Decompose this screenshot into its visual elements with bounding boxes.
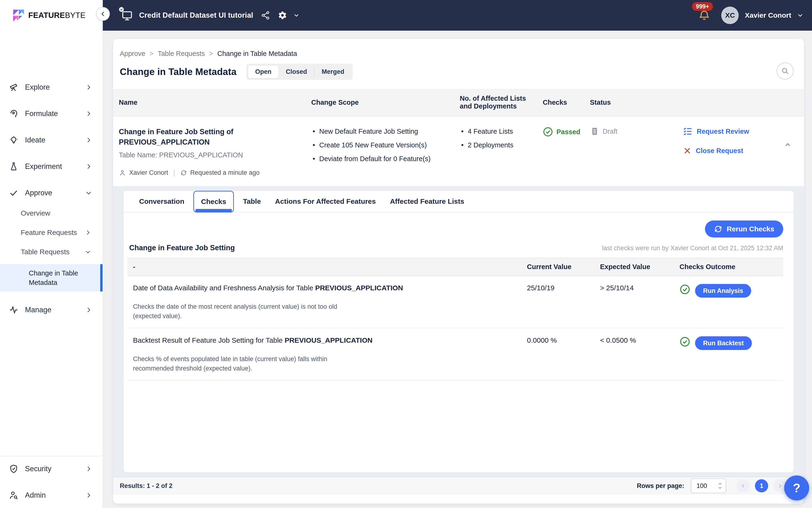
- breadcrumb-approve[interactable]: Approve: [120, 50, 145, 57]
- select-stepper-icon[interactable]: [718, 482, 722, 489]
- chevron-right-icon: [85, 229, 91, 236]
- sidebar-item-change-in-table-metadata[interactable]: Change in Table Metadata: [0, 264, 102, 292]
- change-scope-item: Deviate from Default for 0 Feature(s): [311, 154, 453, 163]
- request-review-button[interactable]: Request Review: [683, 127, 797, 136]
- checks-column-checks-outcome: Checks Outcome: [679, 258, 783, 276]
- checks-panel: Rerun Checks Change in Feature Job Setti…: [124, 212, 794, 381]
- sidebar-item-experiment[interactable]: Experiment: [0, 159, 102, 174]
- check-row-backtest: Backtest Result of Feature Job Setting f…: [127, 328, 783, 381]
- shield-check-icon: [8, 464, 19, 474]
- column-checks: Checks: [543, 89, 590, 116]
- previous-page-button[interactable]: [736, 479, 750, 493]
- sidebar: FEATUREBYTE Explore: [0, 0, 103, 508]
- rerun-checks-label: Rerun Checks: [727, 225, 774, 233]
- column-change-scope: Change Scope: [311, 89, 460, 116]
- change-scope-list: New Default Feature Job Setting Create 1…: [311, 127, 453, 163]
- rows-per-page-select[interactable]: 100: [691, 478, 726, 493]
- chevron-right-icon: [85, 163, 92, 170]
- affected-item: 4 Feature Lists: [460, 127, 536, 136]
- telescope-icon: [8, 83, 19, 92]
- column-name: Name: [113, 89, 311, 116]
- filter-open-button[interactable]: Open: [248, 65, 279, 79]
- page-number-button[interactable]: 1: [755, 479, 768, 493]
- notifications-count-badge: 999+: [692, 2, 713, 11]
- featurebyte-logo-mark: [12, 8, 25, 23]
- help-button[interactable]: ?: [784, 475, 809, 501]
- tab-checks[interactable]: Checks: [193, 191, 234, 212]
- sidebar-collapse-button[interactable]: [96, 7, 110, 21]
- sidebar-item-ideate[interactable]: Ideate: [0, 132, 102, 148]
- breadcrumb-table-requests[interactable]: Table Requests: [158, 50, 205, 57]
- request-name[interactable]: Change in Feature Job Setting of PREVIOU…: [119, 127, 284, 147]
- head-gear-icon: [8, 109, 19, 118]
- user-search-icon: [8, 491, 19, 500]
- request-review-label: Request Review: [697, 128, 749, 135]
- request-meta: Xavier Conort | Requested a minute ago: [119, 169, 304, 186]
- sidebar-item-manage[interactable]: Manage: [0, 302, 102, 318]
- checks-column-expected-value: Expected Value: [600, 258, 679, 276]
- sidebar-item-admin[interactable]: Admin: [0, 487, 102, 503]
- sidebar-nav: Explore Formulate: [0, 79, 102, 318]
- top-bar: Credit Default Dataset UI tutorial 999+ …: [0, 0, 812, 31]
- settings-gear-icon[interactable]: [278, 11, 287, 20]
- check-expected-value: < 0.0500 %: [600, 328, 679, 380]
- checks-column-dash: -: [127, 258, 527, 276]
- user-menu-chevron-icon[interactable]: [797, 11, 804, 19]
- filter-closed-button[interactable]: Closed: [279, 65, 314, 78]
- tab-conversation[interactable]: Conversation: [132, 191, 191, 212]
- meta-divider: |: [173, 169, 175, 177]
- check-current-value: 25/10/19: [527, 276, 600, 328]
- search-button[interactable]: [777, 62, 794, 80]
- chevron-right-icon: [85, 136, 92, 143]
- check-current-value: 0.0000 %: [527, 328, 600, 380]
- chevron-down-icon: [85, 189, 92, 197]
- requester-name: Xavier Conort: [129, 169, 168, 176]
- sidebar-item-table-requests[interactable]: Table Requests: [0, 245, 102, 258]
- workspace-check-icon: [119, 7, 124, 12]
- breadcrumb-current: Change in Table Metadata: [217, 50, 297, 57]
- sidebar-item-explore[interactable]: Explore: [0, 79, 102, 95]
- check-title: Date of Data Availability and Freshness …: [127, 284, 527, 292]
- chevron-right-icon: [85, 492, 92, 499]
- page-title: Change in Table Metadata: [120, 67, 236, 77]
- notifications-bell-icon[interactable]: 999+: [698, 9, 710, 22]
- sidebar-item-overview[interactable]: Overview: [0, 207, 102, 220]
- sidebar-item-feature-requests[interactable]: Feature Requests: [0, 226, 102, 239]
- close-request-button[interactable]: Close Request: [683, 146, 797, 155]
- search-icon: [781, 67, 790, 75]
- workspace-title[interactable]: Credit Default Dataset UI tutorial: [139, 11, 253, 19]
- workspace-chevron-down-icon[interactable]: [293, 12, 300, 19]
- tab-affected-feature-lists[interactable]: Affected Feature Lists: [383, 191, 471, 212]
- sidebar-item-formulate[interactable]: Formulate: [0, 105, 102, 122]
- run-backtest-button[interactable]: Run Backtest: [695, 336, 752, 350]
- detail-tabs: Conversation Checks Table Actions For Af…: [124, 191, 794, 212]
- close-x-icon: [683, 146, 691, 155]
- chevron-right-icon: [85, 465, 92, 472]
- request-row: Change in Feature Job Setting of PREVIOU…: [113, 116, 804, 186]
- rows-per-page-label: Rows per page:: [637, 482, 684, 490]
- filter-merged-button[interactable]: Merged: [315, 65, 351, 78]
- chevron-left-icon: [740, 483, 746, 489]
- refresh-icon: [714, 225, 722, 233]
- affected-item: 2 Deployments: [460, 140, 536, 150]
- check-icon: [8, 188, 19, 198]
- run-analysis-button[interactable]: Run Analysis: [695, 284, 751, 298]
- tab-actions-for-affected-features[interactable]: Actions For Affected Features: [268, 191, 383, 212]
- sidebar-subitem-label: Table Requests: [21, 248, 70, 256]
- sidebar-item-security[interactable]: Security: [0, 461, 102, 477]
- share-icon[interactable]: [261, 11, 270, 20]
- sidebar-subitem-label: Overview: [21, 209, 50, 217]
- check-description: Checks the date of the most recent analy…: [127, 302, 344, 321]
- collapse-row-chevron-up-icon[interactable]: [784, 141, 792, 149]
- rerun-checks-button[interactable]: Rerun Checks: [705, 220, 783, 238]
- breadcrumb-separator: >: [149, 50, 153, 57]
- brand-logo[interactable]: FEATUREBYTE: [0, 0, 102, 31]
- last-run-text: last checks were run by Xavier Conort at…: [602, 245, 783, 252]
- breadcrumb-separator: >: [209, 50, 213, 57]
- check-row-freshness: Date of Data Availability and Freshness …: [127, 276, 783, 328]
- user-avatar[interactable]: XC: [721, 7, 739, 24]
- sidebar-item-approve[interactable]: Approve: [0, 185, 102, 201]
- sidebar-item-label: Security: [25, 465, 51, 473]
- tab-table[interactable]: Table: [236, 191, 268, 212]
- flask-icon: [8, 162, 19, 171]
